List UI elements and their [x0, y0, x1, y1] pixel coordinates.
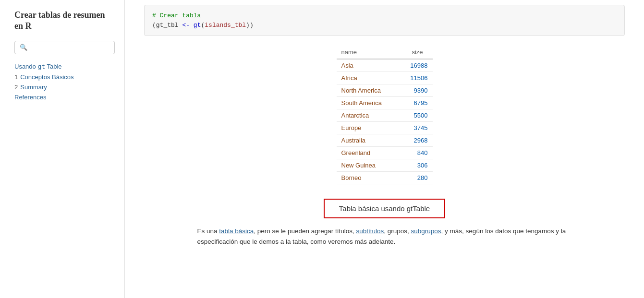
description: Es una tabla básica, pero se le pueden a…: [197, 226, 572, 247]
table-row: Asia16988: [337, 59, 433, 72]
cell-size: 16988: [399, 59, 433, 72]
code-line2: (gt_tbl <- gt(islands_tbl)): [152, 22, 254, 29]
data-table-wrap: name size Asia16988Africa11506North Amer…: [144, 46, 625, 184]
nav-summary-link[interactable]: Summary: [20, 83, 47, 91]
nav-using-code: gt: [37, 63, 45, 70]
desc-link1[interactable]: tabla básica: [219, 227, 254, 235]
table-row: North America9390: [337, 84, 433, 97]
search-box[interactable]: 🔍: [14, 41, 115, 54]
cell-name: South America: [337, 97, 399, 109]
sidebar-nav: Usando gt Table 1 Conceptos Básicos 2 Su…: [14, 63, 115, 101]
main-content: # Crear tabla (gt_tbl <- gt(islands_tbl)…: [125, 0, 644, 298]
nav-conceptos-link[interactable]: Conceptos Básicos: [20, 73, 73, 81]
caption-text: Tabla básica usando gtTable: [324, 199, 445, 218]
islands-table: name size Asia16988Africa11506North Amer…: [337, 46, 433, 184]
table-row: Europe3745: [337, 122, 433, 134]
col-header-size: size: [399, 46, 433, 59]
cell-name: Greenland: [337, 147, 399, 159]
cell-size: 306: [399, 159, 433, 172]
cell-name: New Guinea: [337, 159, 399, 172]
caption-box: Tabla básica usando gtTable: [144, 199, 625, 218]
cell-size: 3745: [399, 122, 433, 134]
cell-size: 9390: [399, 84, 433, 97]
cell-size: 280: [399, 172, 433, 184]
cell-name: Borneo: [337, 172, 399, 184]
desc-link3[interactable]: subgrupos: [411, 227, 441, 235]
cell-name: Europe: [337, 122, 399, 134]
cell-size: 5500: [399, 109, 433, 122]
table-row: Borneo280: [337, 172, 433, 184]
search-input[interactable]: [30, 44, 109, 51]
desc-part2: , pero se le pueden agregar títulos,: [254, 227, 356, 235]
desc-link2[interactable]: subtítulos: [356, 227, 384, 235]
cell-size: 840: [399, 147, 433, 159]
table-row: Australia2968: [337, 134, 433, 147]
table-row: Africa11506: [337, 72, 433, 84]
nav-using-label2: Table: [45, 63, 61, 70]
desc-part3: , grupos,: [384, 227, 411, 235]
cell-size: 2968: [399, 134, 433, 147]
sidebar-item-using-gt[interactable]: Usando gt Table: [14, 63, 115, 71]
cell-name: Asia: [337, 59, 399, 72]
cell-size: 11506: [399, 72, 433, 84]
sidebar: Crear tablas de resumen en R 🔍 Usando gt…: [0, 0, 125, 298]
cell-name: North America: [337, 84, 399, 97]
cell-name: Australia: [337, 134, 399, 147]
table-row: New Guinea306: [337, 159, 433, 172]
sidebar-item-conceptos[interactable]: 1 Conceptos Básicos: [14, 73, 115, 81]
nav-references-link[interactable]: References: [14, 94, 46, 101]
code-comment: # Crear tabla: [152, 12, 201, 19]
col-header-name: name: [337, 46, 399, 59]
cell-name: Antarctica: [337, 109, 399, 122]
nav-using-label1: Usando: [14, 63, 37, 70]
search-icon: 🔍: [20, 44, 27, 51]
table-row: Greenland840: [337, 147, 433, 159]
cell-size: 6795: [399, 97, 433, 109]
table-row: South America6795: [337, 97, 433, 109]
desc-part1: Es una: [197, 227, 219, 235]
sidebar-item-references[interactable]: References: [14, 94, 115, 101]
sidebar-title: Crear tablas de resumen en R: [14, 10, 115, 32]
sidebar-item-summary[interactable]: 2 Summary: [14, 83, 115, 91]
table-row: Antarctica5500: [337, 109, 433, 122]
code-block: # Crear tabla (gt_tbl <- gt(islands_tbl)…: [144, 5, 625, 36]
cell-name: Africa: [337, 72, 399, 84]
